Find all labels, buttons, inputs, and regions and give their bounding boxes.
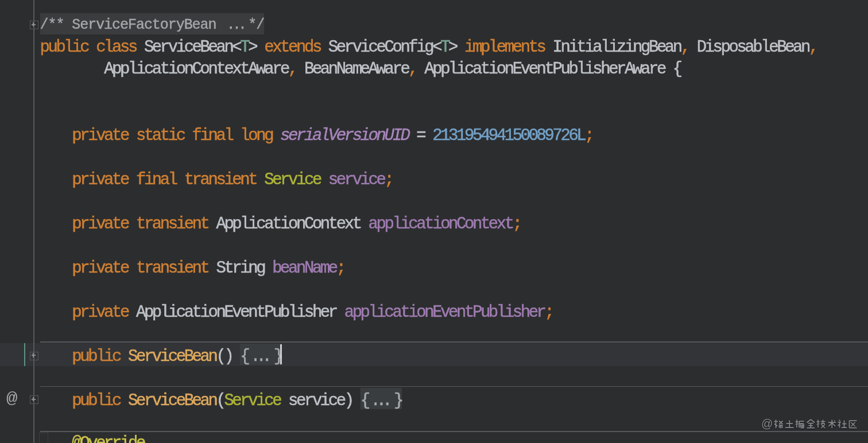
svg-text:@: @ (761, 418, 773, 430)
